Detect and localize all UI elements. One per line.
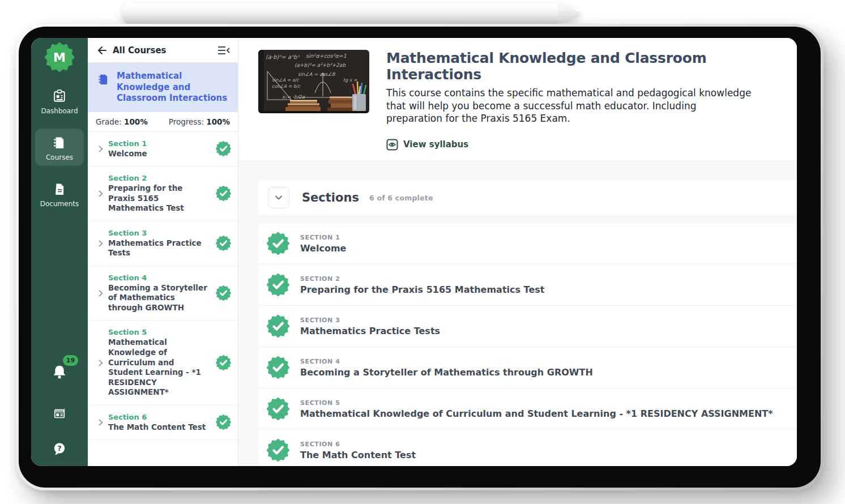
page-title: Mathematical Knowledge and Classroom Int… [386,50,788,83]
sidebar-item-dashboard[interactable]: Dashboard [35,82,84,119]
chevron-right-icon[interactable] [93,358,108,368]
documents-icon [50,180,69,198]
tablet-mockup-stage: M Dashboard [0,0,845,504]
section-title: Preparing for the Praxis 5165 Mathematic… [108,183,207,213]
view-syllabus-link[interactable]: View syllabus [386,139,468,151]
complete-badge-icon [267,398,289,420]
section-texts: Section 1 Welcome [108,139,207,159]
sections-card-gap [258,215,797,223]
section-texts: Section 6 The Math Content Test [108,413,207,433]
newspaper-icon [51,405,68,422]
progress-value: Progress: 100% [169,117,230,126]
sidebar-item-label: Dashboard [41,107,78,115]
sidebar-item-courses[interactable]: Courses [35,129,84,166]
chevron-right-icon[interactable] [93,239,108,248]
tablet-bezel: M Dashboard [19,27,821,488]
section-label: Section 1 [108,139,207,148]
section-texts: Section 1 Welcome [300,234,346,254]
section-label: Section 1 [300,234,346,241]
section-label: Section 4 [300,358,593,365]
course-thumbnail: (a·b)ⁿ= aⁿbⁿ sin²α+cos²α=1 (a+b)²= a²+b²… [258,50,369,113]
collapse-sections-button[interactable] [268,187,289,208]
sidebar-section-row[interactable]: Section 3 Mathematics Practice Tests [88,221,238,266]
course-sidebar: All Courses [88,38,238,466]
section-title: Mathematics Practice Tests [108,238,207,258]
section-texts: Section 6 The Math Content Test [300,441,416,460]
help-button[interactable]: ? [50,440,69,460]
notifications-button[interactable]: 19 [50,362,69,383]
section-row[interactable]: Section 6 The Math Content Test [258,430,797,466]
app-logo[interactable]: M [45,42,74,74]
section-label: Section 6 [300,441,416,448]
nav-rail: M Dashboard [31,38,88,466]
section-row[interactable]: Section 3 Mathematics Practice Tests [258,306,797,347]
courses-icon [50,134,69,152]
section-title: The Math Content Test [300,450,416,460]
svg-text:?: ? [57,444,61,452]
notifications-count-badge: 19 [63,355,78,366]
section-label: Section 3 [108,229,207,237]
section-label: Section 2 [300,275,544,283]
section-label: Section 5 [300,399,773,407]
news-button[interactable] [51,405,68,424]
complete-badge-icon [216,355,231,370]
sidebar-item-documents[interactable]: Documents [35,175,84,212]
sidebar-item-label: Documents [40,200,79,208]
sections-progress-text: 6 of 6 complete [369,194,433,202]
section-row[interactable]: Section 4 Becoming a Storyteller of Math… [258,347,797,388]
complete-badge-icon [216,285,231,301]
sidebar-section-list: Section 1 Welcome Section 2 Preparing fo… [88,132,238,467]
sidebar-item-label: Courses [46,153,73,161]
sections-card-header: Sections 6 of 6 complete [258,180,797,215]
chalkboard-image: (a·b)ⁿ= aⁿbⁿ sin²α+cos²α=1 (a+b)²= a²+b²… [258,50,369,113]
help-icon: ? [50,440,69,458]
chevron-right-icon[interactable] [93,289,108,298]
complete-badge-icon [267,439,289,462]
section-label: Section 3 [300,317,440,324]
section-texts: Section 4 Becoming a Storyteller of Math… [300,358,593,378]
stylus-pen-shaft [122,3,559,25]
sidebar-section-row[interactable]: Section 4 Becoming a Storyteller of Math… [88,266,238,321]
section-title: Mathematical Knowledge of Curriculum and… [108,338,207,397]
section-texts: Section 5 Mathematical Knowledge of Curr… [300,399,773,419]
collapse-sidebar-button[interactable] [217,45,230,55]
chevron-down-icon [274,193,284,203]
logo-letter: M [53,50,66,65]
section-label: Section 4 [108,274,207,282]
chevron-right-icon[interactable] [93,144,108,153]
svg-text:tg x =: tg x = [343,78,357,83]
chevron-right-icon[interactable] [93,418,108,427]
sidebar-section-row[interactable]: Section 2 Preparing for the Praxis 5165 … [88,166,238,221]
section-row[interactable]: Section 2 Preparing for the Praxis 5165 … [258,264,797,306]
chevron-right-icon[interactable] [93,189,108,198]
sidebar-section-row[interactable]: Section 5 Mathematical Knowledge of Curr… [88,321,238,405]
collapse-panel-icon [217,45,230,55]
dashboard-icon [50,87,69,105]
all-courses-link[interactable]: All Courses [113,45,167,55]
logo-seal-icon: M [45,42,74,72]
section-texts: Section 2 Preparing for the Praxis 5165 … [300,275,544,295]
section-texts: Section 2 Preparing for the Praxis 5165 … [108,174,207,213]
sidebar-section-row[interactable]: Section 1 Welcome [88,132,238,167]
back-arrow-icon[interactable] [96,45,107,56]
sections-card: Sections 6 of 6 complete Section 1 Welco… [258,180,797,466]
section-title: The Math Content Test [108,422,207,433]
section-title: Welcome [108,149,207,159]
nav-rail-bottom: 19 [50,362,69,466]
sections-row-list: Section 1 Welcome Section 2 Preparing fo… [258,223,797,466]
course-description: This course contains the specific mathem… [386,87,753,125]
grade-progress-row: Grade: 100% Progress: 100% [88,112,238,132]
section-row[interactable]: Section 5 Mathematical Knowledge of Curr… [258,388,797,430]
complete-badge-icon [216,186,231,201]
complete-badge-icon [216,141,231,156]
svg-text:(a·b)ⁿ= aⁿbⁿ: (a·b)ⁿ= aⁿbⁿ [266,54,300,60]
svg-text:x₁= -b/2a: x₁= -b/2a [282,94,305,100]
section-label: Section 5 [108,328,207,336]
svg-text:sin²α+cos²α=1: sin²α+cos²α=1 [306,53,347,59]
course-header-text: Mathematical Knowledge and Classroom Int… [386,50,797,161]
sidebar-section-row[interactable]: Section 6 The Math Content Test [88,405,238,441]
section-title: Becoming a Storyteller of Mathematics th… [108,283,207,313]
selected-course-banner[interactable]: Mathematical Knowledge and Classroom Int… [88,63,238,112]
section-row[interactable]: Section 1 Welcome [258,223,797,264]
section-texts: Section 3 Mathematics Practice Tests [300,317,440,336]
